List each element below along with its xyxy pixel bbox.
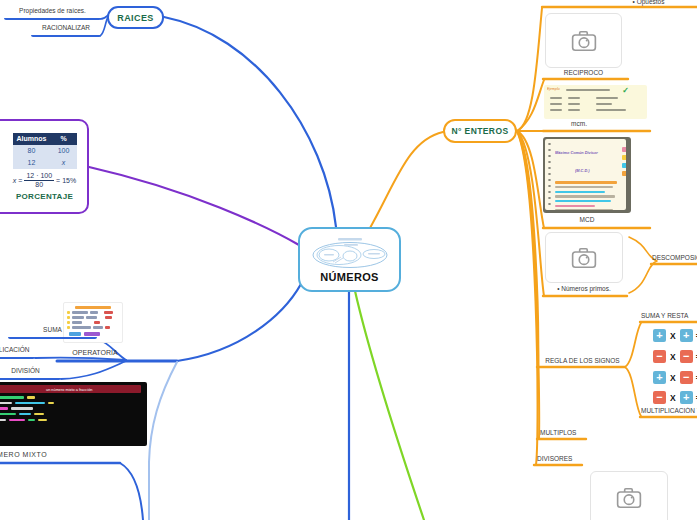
topic-mcm[interactable]: mcm.	[544, 120, 614, 128]
green-branch	[355, 291, 424, 520]
plus-sign: +	[653, 329, 666, 342]
mindmap-canvas[interactable]: Propiedades de raíces. RACIONALIZAR RAIC…	[0, 0, 697, 520]
mcm-image-tag: Ejemplo	[547, 87, 560, 91]
table-cell: 100	[51, 145, 77, 157]
camera-icon	[571, 30, 597, 52]
number-sets-diagram	[308, 237, 392, 269]
table-header: %	[51, 133, 77, 145]
topic-division[interactable]: DIVISIÓN	[0, 367, 61, 380]
topic-opuestos[interactable]: • Opuestos	[600, 0, 697, 6]
sign-rule-row[interactable]: − X + =	[653, 391, 697, 404]
fraction: 12 · 100 80	[24, 172, 54, 189]
sign-rule-row[interactable]: + X − =	[653, 371, 697, 384]
plus-sign: +	[680, 329, 693, 342]
minus-sign: −	[680, 371, 693, 384]
mcm-image[interactable]: Ejemplo ✓	[544, 85, 647, 119]
bottom-right-photo-placeholder[interactable]	[590, 471, 668, 520]
topic-propiedades-raices[interactable]: Propiedades de raíces.	[4, 7, 101, 20]
numeros-primos-photo-placeholder[interactable]	[545, 232, 623, 283]
check-mark: ✓	[622, 86, 629, 95]
sign-rule-row[interactable]: − X − =	[653, 350, 697, 363]
porcentaje-label: PORCENTAJE	[16, 192, 73, 201]
topic-divisores[interactable]: DIVISORES	[537, 455, 572, 463]
porcentaje-branch	[89, 167, 299, 245]
porcentaje-table: Alumnos % 80 100 12 x	[13, 133, 77, 169]
topic-suma[interactable]: SUMA	[8, 326, 97, 339]
node-enteros[interactable]: N° ENTEROS	[443, 119, 517, 143]
node-porcentaje[interactable]: Alumnos % 80 100 12 x x = 12 · 100 80 = …	[0, 119, 89, 214]
notebook-tabs	[622, 147, 626, 176]
topic-multiplos[interactable]: MULTIPLOS	[540, 429, 576, 437]
topic-descomposicion[interactable]: DESCOMPOSICIÓN	[652, 254, 697, 262]
image-banner-text: un número mixto a fracción	[46, 387, 92, 391]
camera-icon	[571, 247, 597, 269]
minus-sign: −	[680, 350, 693, 363]
plus-sign: +	[680, 391, 693, 404]
topic-operatoria[interactable]: OPERATORIA	[40, 349, 150, 357]
sign-rule-row[interactable]: + X + =	[653, 329, 697, 342]
operatoria-tail	[149, 362, 177, 520]
topic-racionalizar[interactable]: RACIONALIZAR	[31, 24, 101, 37]
table-cell: 12	[13, 157, 51, 169]
topic-multiplicacion[interactable]: MULTIPLICACIÓN	[0, 346, 35, 359]
topic-numeros-primos[interactable]: • Números primos.	[545, 285, 623, 293]
table-cell: x	[51, 157, 77, 169]
mcd-image[interactable]: Máximo Común Divisor (M.C.D.)	[543, 137, 631, 213]
topic-numero-mixto[interactable]: NÚMERO MIXTO	[0, 451, 47, 459]
minus-sign: −	[653, 350, 666, 363]
table-header: Alumnos	[13, 133, 51, 145]
topic-regla-signos[interactable]: REGLA DE LOS SIGNOS	[540, 357, 625, 365]
reciproco-photo-placeholder[interactable]	[545, 13, 622, 68]
plus-sign: +	[653, 371, 666, 384]
numeros-label: NÚMEROS	[320, 271, 378, 283]
spiral-binding	[546, 141, 553, 208]
enteros-branch	[370, 132, 443, 228]
topic-mcd[interactable]: MCD	[543, 216, 631, 224]
minus-sign: −	[653, 391, 666, 404]
camera-icon	[616, 487, 642, 509]
node-numeros[interactable]: NÚMEROS	[298, 227, 401, 292]
table-cell: 80	[13, 145, 51, 157]
porcentaje-formula: x = 12 · 100 80 = 15%	[13, 172, 76, 189]
topic-suma-y-resta[interactable]: SUMA Y RESTA	[641, 312, 688, 320]
topic-multiplicacion-y[interactable]: MULTIPLICACIÓN Y	[641, 407, 697, 415]
numero-mixto-image[interactable]: un número mixto a fracción	[0, 382, 147, 446]
node-raices[interactable]: RAICES	[107, 6, 164, 29]
topic-reciproco[interactable]: RECIPROCO	[545, 69, 622, 77]
raices-branch	[164, 17, 336, 227]
mcd-notebook-page: Máximo Común Divisor (M.C.D.)	[545, 139, 626, 210]
operatoria-branch	[177, 284, 301, 361]
